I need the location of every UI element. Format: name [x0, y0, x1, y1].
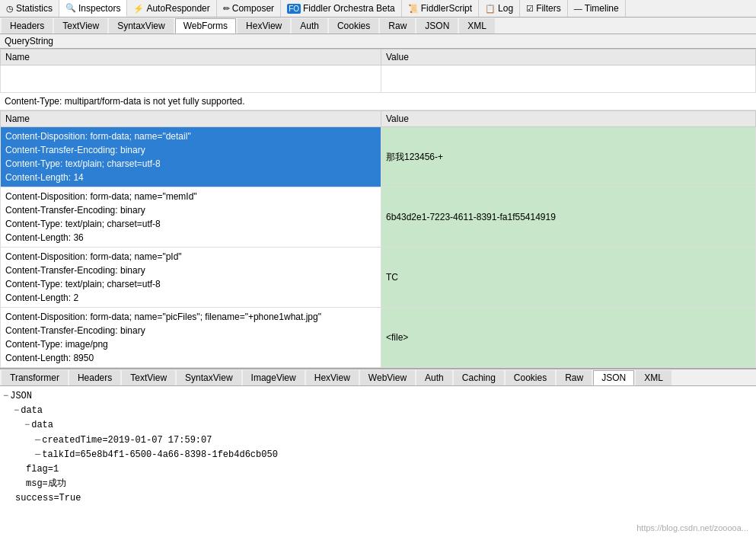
- tree-expand-icon[interactable]: —: [35, 435, 40, 446]
- tab-webview[interactable]: WebView: [360, 370, 415, 385]
- upper-tab-bar: Headers TextView SyntaxView WebForms Hex…: [0, 18, 756, 34]
- main-content: Headers TextView SyntaxView WebForms Hex…: [0, 18, 756, 537]
- tab-lower-auth[interactable]: Auth: [416, 370, 452, 385]
- tree-node[interactable]: success=True: [3, 491, 753, 506]
- tree-node[interactable]: −JSON: [3, 389, 753, 404]
- querystring-table: Name Value: [0, 49, 756, 93]
- formdata-value-cell: TC: [381, 248, 756, 308]
- tab-lower-json[interactable]: JSON: [593, 370, 634, 385]
- formdata-name-cell: Content-Disposition: form-data; name="me…: [1, 187, 381, 248]
- tree-node-text: msg=成功: [26, 478, 66, 489]
- warning-message: Content-Type: multipart/form-data is not…: [0, 93, 756, 110]
- tree-node-text: createdTime=2019-01-07 17:59:07: [42, 435, 212, 446]
- formdata-name-cell: Content-Disposition: form-data; name="de…: [1, 127, 381, 187]
- tab-cookies[interactable]: Cookies: [329, 18, 378, 34]
- tree-node[interactable]: —createdTime=2019-01-07 17:59:07: [3, 433, 753, 448]
- formdata-row[interactable]: Content-Disposition: form-data; name="pi…: [1, 308, 756, 368]
- fiddlerscript-icon: 📜: [408, 4, 419, 14]
- nav-inspectors[interactable]: 🔍 Inspectors: [59, 0, 127, 17]
- nav-statistics[interactable]: ◷ Statistics: [0, 0, 59, 17]
- json-tree-view[interactable]: −JSON−data−data—createdTime=2019-01-07 1…: [0, 386, 756, 537]
- tab-lower-raw[interactable]: Raw: [557, 370, 592, 385]
- tab-headers[interactable]: Headers: [2, 18, 53, 34]
- composer-icon: ✏: [223, 4, 230, 14]
- tab-lower-textview[interactable]: TextView: [122, 370, 175, 385]
- nav-filters[interactable]: ☑ Filters: [520, 0, 568, 17]
- tab-raw[interactable]: Raw: [380, 18, 415, 34]
- lower-section: Transformer Headers TextView SyntaxView …: [0, 369, 756, 537]
- formdata-value-cell: <file>: [381, 308, 756, 368]
- nav-fiddler-orchestra[interactable]: FO Fiddler Orchestra Beta: [281, 0, 402, 17]
- formdata-row[interactable]: Content-Disposition: form-data; name="de…: [1, 127, 756, 187]
- formdata-name-cell: Content-Disposition: form-data; name="pi…: [1, 308, 381, 368]
- tree-node-text: data: [31, 420, 53, 430]
- tab-webforms[interactable]: WebForms: [175, 18, 236, 34]
- tree-expand-icon[interactable]: —: [35, 449, 40, 460]
- nav-timeline[interactable]: — Timeline: [568, 0, 626, 17]
- tree-node-text: JSON: [10, 391, 32, 401]
- tab-lower-cookies[interactable]: Cookies: [506, 370, 555, 385]
- statistics-icon: ◷: [6, 4, 14, 14]
- tree-node[interactable]: —talkId=65e8b4f1-6500-4a66-8398-1feb4d6c…: [3, 448, 753, 462]
- formdata-row[interactable]: Content-Disposition: form-data; name="me…: [1, 187, 756, 248]
- tab-lower-hexview[interactable]: HexView: [306, 370, 359, 385]
- tree-expand-icon[interactable]: −: [14, 405, 19, 416]
- formdata-name-cell: Content-Disposition: form-data; name="pI…: [1, 248, 381, 308]
- formdata-value-cell: 那我123456-+: [381, 127, 756, 187]
- tree-expand-icon[interactable]: −: [3, 391, 8, 401]
- timeline-icon: —: [574, 4, 582, 13]
- tree-node[interactable]: −data: [3, 404, 753, 418]
- tab-hexview[interactable]: HexView: [238, 18, 290, 34]
- tree-node[interactable]: msg=成功: [3, 477, 753, 491]
- querystring-label: QueryString: [0, 34, 756, 49]
- tab-textview[interactable]: TextView: [54, 18, 107, 34]
- tab-json[interactable]: JSON: [416, 18, 458, 34]
- tree-node-text: flag=1: [26, 464, 59, 475]
- tab-auth[interactable]: Auth: [292, 18, 327, 34]
- querystring-name-header: Name: [1, 50, 381, 66]
- tree-node[interactable]: flag=1: [3, 462, 753, 477]
- inspectors-icon: 🔍: [65, 3, 76, 13]
- tree-node-text: success=True: [15, 493, 81, 503]
- nav-log[interactable]: 📋 Log: [479, 0, 520, 17]
- formdata-value-header: Value: [381, 111, 756, 127]
- tree-node[interactable]: −data: [3, 418, 753, 433]
- tab-transformer[interactable]: Transformer: [2, 370, 68, 385]
- tab-xml[interactable]: XML: [459, 18, 495, 34]
- tree-node-text: talkId=65e8b4f1-6500-4a66-8398-1feb4d6cb…: [42, 449, 278, 460]
- nav-autoresponder[interactable]: ⚡ AutoResponder: [127, 0, 216, 17]
- formdata-row[interactable]: Content-Disposition: form-data; name="pI…: [1, 248, 756, 308]
- tab-imageview[interactable]: ImageView: [243, 370, 305, 385]
- tab-lower-xml[interactable]: XML: [636, 370, 671, 385]
- querystring-value-header: Value: [381, 50, 756, 66]
- fiddler-orchestra-icon: FO: [287, 4, 301, 14]
- tab-caching[interactable]: Caching: [454, 370, 504, 385]
- lower-tab-bar: Transformer Headers TextView SyntaxView …: [0, 369, 756, 386]
- tab-lower-syntaxview[interactable]: SyntaxView: [177, 370, 241, 385]
- autoresponder-icon: ⚡: [133, 4, 144, 14]
- log-icon: 📋: [485, 4, 496, 14]
- tab-syntaxview[interactable]: SyntaxView: [109, 18, 173, 34]
- tab-lower-headers[interactable]: Headers: [69, 370, 120, 385]
- formdata-table: Name Value Content-Disposition: form-dat…: [0, 110, 756, 368]
- nav-composer[interactable]: ✏ Composer: [217, 0, 281, 17]
- formdata-value-cell: 6b43d2e1-7223-4611-8391-fa1f55414919: [381, 187, 756, 248]
- nav-fiddlerscript[interactable]: 📜 FiddlerScript: [402, 0, 479, 17]
- upper-section: Headers TextView SyntaxView WebForms Hex…: [0, 18, 756, 369]
- top-navigation: ◷ Statistics 🔍 Inspectors ⚡ AutoResponde…: [0, 0, 756, 18]
- tree-node-text: data: [21, 405, 43, 416]
- filters-icon: ☑: [526, 4, 534, 14]
- formdata-name-header: Name: [1, 111, 381, 127]
- tree-expand-icon[interactable]: −: [24, 420, 30, 430]
- querystring-empty-row: [1, 66, 756, 93]
